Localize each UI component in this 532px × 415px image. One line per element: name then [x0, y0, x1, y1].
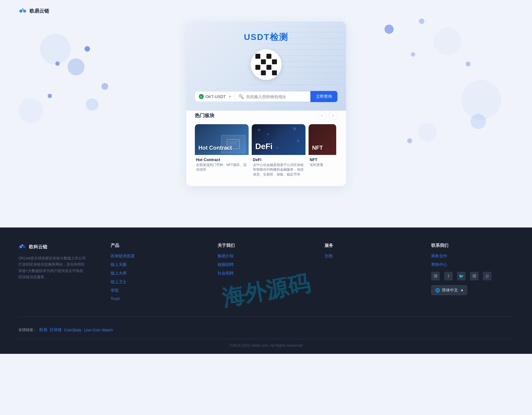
- footer-link-browser[interactable]: 区块链浏览器: [111, 253, 193, 259]
- lang-label: 简体中文: [442, 287, 458, 293]
- search-icon: 🔍: [238, 94, 244, 99]
- search-input-wrap: 🔍: [235, 91, 310, 102]
- footer-friend-blockchain[interactable]: 区块链: [50, 327, 62, 333]
- footer-top: 欧科云链 OKLink是全球首家区块链大数据上市公司打造的区块链信息服务网站，旨…: [18, 243, 514, 304]
- hot-defi-card[interactable]: DeFi DeFi 去中心化金融是指基于公共区块链和智能合约构建的金融服务，包括: [252, 124, 305, 177]
- next-arrow-button[interactable]: ›: [329, 111, 337, 120]
- hot-cards-row: Hot Contract: [195, 124, 337, 177]
- footer-logo-icon: [18, 243, 26, 251]
- footer-copyright: ©2014-2022 oklink.com. All Rights Reserv…: [18, 339, 514, 348]
- hot-contract-info: Hot Contract 全面发现热门币种、NFT项目、流动池等: [195, 155, 249, 172]
- hero-qr-wrap: [186, 49, 346, 80]
- footer-col-contact-title: 联系我们: [431, 243, 514, 248]
- svg-rect-3: [227, 140, 239, 149]
- telegram-icon[interactable]: T: [444, 272, 453, 280]
- hot-contract-name: Hot Contract: [196, 157, 247, 162]
- hero-section: USDT检测: [0, 0, 532, 215]
- footer-link-social[interactable]: 社会招聘: [218, 271, 300, 276]
- hero-title: USDT检测: [186, 22, 346, 43]
- footer-link-group[interactable]: 集团介绍: [218, 253, 300, 259]
- svg-point-8: [23, 245, 26, 248]
- footer-link-campus[interactable]: 校园招聘: [218, 262, 300, 267]
- footer-link-docs[interactable]: 文档: [325, 253, 407, 259]
- header: 欧易云链: [18, 7, 49, 15]
- footer-logo: 欧科云链: [18, 243, 86, 251]
- twitter-icon[interactable]: 🐦: [457, 272, 466, 280]
- hot-defi-desc: 去中心化金融是指基于公共区块链和智能合约构建的金融服务，包括借贷、交易所、保险、…: [253, 163, 304, 177]
- svg-point-0: [19, 10, 22, 13]
- hot-nft-name: NFT: [310, 157, 335, 162]
- footer-link-help[interactable]: 帮助中心: [431, 262, 514, 267]
- footer-link-trust[interactable]: Trust: [111, 296, 193, 301]
- hot-nft-info: NFT 实时查看: [309, 155, 336, 167]
- hot-blocks-title: 热门板块: [195, 113, 215, 119]
- footer-logo-text: 欧科云链: [29, 244, 47, 250]
- chain-dot-icon: O: [199, 94, 204, 99]
- svg-point-1: [23, 10, 26, 13]
- footer-friend-livecoin[interactable]: Live Coin Watch: [84, 328, 113, 332]
- hot-nft-card[interactable]: NFT NFT 实时查看: [309, 124, 336, 177]
- footer-link-master[interactable]: 链上大师: [111, 271, 193, 276]
- footer-col-about-title: 关于我们: [218, 243, 300, 248]
- footer-desc: OKLink是全球首家区块链大数据上市公司打造的区块链信息服务网站，旨在利用区块…: [18, 255, 86, 280]
- prev-arrow-button[interactable]: ‹: [318, 111, 326, 120]
- svg-point-9: [22, 244, 23, 246]
- chain-select-label: OKT-USDT: [206, 94, 226, 99]
- wechat-icon[interactable]: 微: [431, 272, 440, 280]
- hot-defi-name: DeFi: [253, 157, 304, 162]
- hero-qr-icon: [251, 49, 282, 80]
- hot-defi-info: DeFi 去中心化金融是指基于公共区块链和智能合约构建的金融服务，包括借贷、交易…: [252, 155, 305, 177]
- footer-social: 微 T 🐦 微 D: [431, 272, 514, 280]
- footer-links-row: 友情链接： 欧易 区块链 CoinStats Live Coin Watch: [18, 327, 514, 333]
- hot-contract-desc: 全面发现热门币种、NFT项目、流动池等: [196, 163, 247, 172]
- footer-col-products-title: 产品: [111, 243, 193, 248]
- chevron-down-icon: ▾: [229, 94, 231, 99]
- hot-defi-card-image: DeFi: [252, 124, 305, 155]
- weibo-icon[interactable]: 微: [470, 272, 479, 280]
- contract-decoration: [221, 135, 246, 153]
- hot-nft-desc: 实时查看: [310, 163, 335, 167]
- svg-point-7: [19, 245, 22, 248]
- defi-dots-decoration: [252, 124, 305, 155]
- friend-links-label: 友情链接：: [18, 327, 37, 333]
- footer: 欧科云链 OKLink是全球首家区块链大数据上市公司打造的区块链信息服务网站，旨…: [0, 227, 532, 354]
- footer-link-guard[interactable]: 链上卫士: [111, 279, 193, 285]
- discord-icon[interactable]: D: [483, 272, 491, 280]
- footer-brand: 欧科云链 OKLink是全球首家区块链大数据上市公司打造的区块链信息服务网站，旨…: [18, 243, 86, 304]
- footer-friend-oyi[interactable]: 欧易: [39, 327, 47, 333]
- footer-link-business[interactable]: 商务合作: [431, 253, 514, 259]
- svg-point-2: [22, 8, 24, 10]
- footer-col-products: 产品 区块链浏览器 链上天眼 链上大师 链上卫士 学院 Trust: [111, 243, 193, 304]
- hot-contract-card[interactable]: Hot Contract: [195, 124, 249, 177]
- footer-link-academy[interactable]: 学院: [111, 288, 193, 293]
- footer-friend-coinstats[interactable]: CoinStats: [64, 328, 81, 332]
- hot-contract-card-image: Hot Contract: [195, 124, 249, 155]
- search-button[interactable]: 立即查询: [310, 91, 337, 102]
- footer-col-service: 服务 文档: [325, 243, 407, 304]
- search-area: O OKT-USDT ▾ 🔍 立即查询: [186, 91, 346, 102]
- footer-col-about: 关于我们 集团介绍 校园招聘 社会招聘: [218, 243, 300, 304]
- logo-icon: [18, 7, 27, 15]
- hero-card: USDT检测: [186, 22, 346, 186]
- nav-arrows: ‹ ›: [318, 111, 337, 120]
- hot-blocks-section: 热门板块 ‹ › Hot Contract: [186, 111, 346, 177]
- hot-nft-label: NFT: [312, 145, 323, 151]
- hot-nft-card-image: NFT: [309, 124, 336, 155]
- hot-blocks-header: 热门板块 ‹ ›: [195, 111, 337, 120]
- lang-select[interactable]: 🌐 简体中文 ▾: [431, 285, 467, 295]
- globe-icon: 🌐: [435, 288, 440, 293]
- chain-select[interactable]: O OKT-USDT ▾: [195, 91, 235, 102]
- footer-link-eye[interactable]: 链上天眼: [111, 262, 193, 267]
- footer-col-contact: 联系我们 商务合作 帮助中心 微 T 🐦 微 D 🌐 简体中文 ▾: [431, 243, 514, 304]
- footer-col-service-title: 服务: [325, 243, 407, 248]
- footer-divider: [18, 316, 514, 323]
- lang-chevron-icon: ▾: [461, 288, 463, 293]
- search-input[interactable]: [246, 94, 306, 99]
- logo-text: 欧易云链: [30, 8, 49, 14]
